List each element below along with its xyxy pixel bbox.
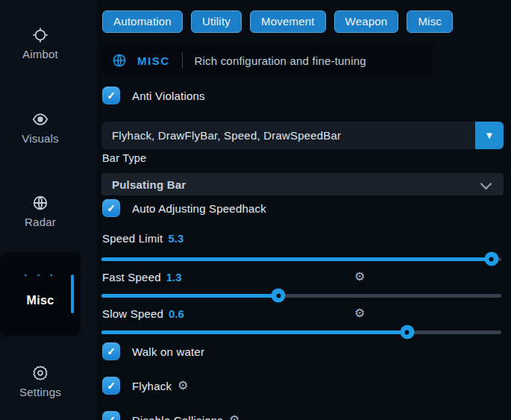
walk-on-water-row: ✓ Walk on water	[102, 342, 204, 361]
slider-label: Speed Limit	[102, 232, 163, 245]
globe-icon	[32, 195, 48, 211]
triangle-down-icon: ▼	[485, 130, 495, 141]
sidebar-item-radar[interactable]: Radar	[0, 195, 81, 229]
check-icon: ✓	[107, 90, 116, 101]
gear-icon[interactable]: ⚙	[229, 414, 239, 420]
tab-weapon[interactable]: Weapon	[334, 10, 399, 33]
thumb-dot	[405, 330, 410, 334]
bar-flags-multiselect[interactable]: Flyhack, DrawFlyBar, Speed, DrawSpeedBar…	[101, 122, 504, 149]
slider-value: 0.6	[169, 307, 184, 320]
walk-on-water-checkbox[interactable]: ✓	[102, 342, 120, 360]
fast-speed-slider[interactable]	[101, 289, 504, 302]
gear-icon	[32, 365, 48, 381]
slider-value: 5.3	[168, 232, 184, 245]
checkbox-label: Auto Adjusting Speedhack	[132, 202, 266, 215]
gear-icon[interactable]: ⚙	[354, 270, 365, 283]
tab-utility[interactable]: Utility	[191, 10, 242, 33]
bar-type-label: Bar Type	[102, 152, 146, 164]
section-subtitle: Rich configuration and fine-tuning	[195, 54, 366, 67]
header-divider	[182, 52, 183, 69]
select-value: Pulsating Bar	[112, 178, 186, 191]
slider-thumb[interactable]	[400, 325, 414, 339]
checkbox-label: Flyhack	[132, 380, 172, 392]
eye-icon	[32, 111, 48, 128]
sidebar-item-label: Aimbot	[22, 48, 58, 60]
gear-icon[interactable]: ⚙	[354, 307, 365, 320]
bar-type-select[interactable]: Pulsating Bar	[101, 173, 504, 195]
section-title: MISC	[137, 54, 170, 67]
flyhack-row: ✓ Flyhack ⚙	[102, 376, 188, 395]
checkbox-label: Disable Collisions	[132, 414, 223, 420]
speed-limit-slider[interactable]	[101, 252, 504, 266]
slider-label: Fast Speed	[102, 271, 161, 283]
slider-thumb[interactable]	[484, 252, 498, 266]
slider-fill	[101, 330, 407, 334]
globe-icon	[112, 53, 127, 68]
sidebar: Aimbot Visuals Radar · · · Misc	[0, 0, 97, 420]
checkbox-label: Walk on water	[132, 345, 204, 358]
flyhack-checkbox[interactable]: ✓	[102, 377, 120, 395]
slider-value: 1.3	[166, 271, 182, 283]
speed-limit-label-row: Speed Limit 5.3	[102, 231, 184, 245]
category-tabs: Automation Utility Movement Weapon Misc	[102, 10, 453, 33]
check-icon: ✓	[107, 380, 116, 392]
section-header: MISC Rich configuration and fine-tuning	[101, 46, 432, 75]
multiselect-value: Flyhack, DrawFlyBar, Speed, DrawSpeedBar	[112, 129, 341, 142]
sidebar-item-aimbot[interactable]: Aimbot	[0, 27, 81, 61]
tab-misc[interactable]: Misc	[407, 10, 453, 33]
gear-icon[interactable]: ⚙	[178, 380, 188, 392]
slow-speed-slider[interactable]	[101, 325, 504, 339]
check-icon: ✓	[107, 345, 116, 357]
sidebar-item-label: Settings	[19, 386, 61, 398]
disable-collisions-checkbox[interactable]: ✓	[102, 411, 120, 420]
multiselect-dropdown-button[interactable]: ▼	[475, 122, 504, 149]
tab-movement[interactable]: Movement	[250, 10, 326, 33]
sidebar-item-label: Misc	[0, 294, 81, 307]
dots-icon: · · ·	[0, 269, 81, 281]
auto-adjusting-speedhack-checkbox[interactable]: ✓	[102, 199, 120, 217]
slider-fill	[101, 257, 492, 261]
check-icon: ✓	[107, 202, 116, 214]
fast-speed-label-row: Fast Speed 1.3 ⚙	[102, 270, 504, 283]
thumb-dot	[489, 257, 494, 261]
sidebar-item-misc[interactable]: · · · Misc	[0, 252, 81, 336]
sidebar-item-label: Radar	[25, 216, 56, 228]
sidebar-item-visuals[interactable]: Visuals	[0, 111, 81, 145]
thumb-dot	[276, 293, 280, 298]
chevron-down-icon	[480, 178, 492, 190]
checkbox-label: Anti Violations	[132, 90, 205, 102]
anti-violations-row: ✓ Anti Violations	[102, 86, 205, 105]
check-icon: ✓	[107, 414, 116, 420]
sidebar-item-label: Visuals	[22, 132, 58, 145]
slow-speed-label-row: Slow Speed 0.6 ⚙	[102, 307, 504, 320]
tab-automation[interactable]: Automation	[102, 10, 183, 33]
sidebar-item-settings[interactable]: Settings	[0, 365, 81, 399]
slider-thumb[interactable]	[272, 289, 286, 303]
disable-collisions-row: ✓ Disable Collisions ⚙	[102, 410, 239, 420]
crosshair-icon	[32, 27, 48, 43]
slider-label: Slow Speed	[102, 307, 163, 320]
main-content: Automation Utility Movement Weapon Misc …	[101, 0, 504, 420]
selected-accent-bar	[71, 275, 74, 313]
auto-adjusting-speedhack-row: ✓ Auto Adjusting Speedhack	[102, 198, 266, 218]
anti-violations-checkbox[interactable]: ✓	[102, 87, 120, 104]
slider-fill	[101, 294, 278, 298]
